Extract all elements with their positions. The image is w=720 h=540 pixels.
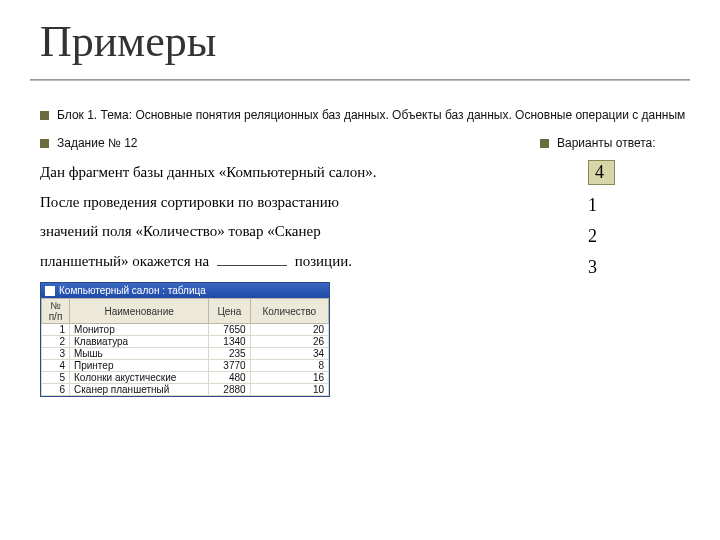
main-row: Задание № 12 Дан фрагмент базы данных «К… <box>40 136 710 397</box>
table-icon <box>45 286 55 296</box>
table-row: 6 Сканер планшетный 2880 10 <box>42 384 329 396</box>
bullet-icon <box>40 111 49 120</box>
cell: 16 <box>250 372 328 384</box>
task-header: Задание № 12 <box>40 136 526 150</box>
cell: 3770 <box>209 360 250 372</box>
cell: Колонки акустические <box>70 372 209 384</box>
cell: 20 <box>250 324 328 336</box>
cell: 3 <box>42 348 70 360</box>
task-text: значений поля «Количество» товар «Сканер <box>40 223 321 239</box>
task-body: Дан фрагмент базы данных «Компьютерный с… <box>40 160 526 274</box>
bullet-icon <box>540 139 549 148</box>
bullet-icon <box>40 139 49 148</box>
cell: 2 <box>42 336 70 348</box>
db-window: Компьютерный салон : таблица № п/п Наиме… <box>40 282 330 397</box>
cell: Сканер планшетный <box>70 384 209 396</box>
cell: Мышь <box>70 348 209 360</box>
task-text: позиции. <box>295 253 352 269</box>
task-text: После проведения сортировки по возрастан… <box>40 194 339 210</box>
topic-text: Блок 1. Тема: Основные понятия реляционн… <box>57 108 685 122</box>
content-area: Блок 1. Тема: Основные понятия реляционн… <box>40 108 710 397</box>
cell: 8 <box>250 360 328 372</box>
cell: 26 <box>250 336 328 348</box>
task-text: Дан фрагмент базы данных «Компьютерный с… <box>40 164 377 180</box>
slide: Примеры Блок 1. Тема: Основные понятия р… <box>0 0 720 540</box>
cell: Клавиатура <box>70 336 209 348</box>
cell: 480 <box>209 372 250 384</box>
answer-highlight: 4 <box>588 160 615 185</box>
task-panel: Задание № 12 Дан фрагмент базы данных «К… <box>40 136 526 397</box>
answer-text: 3 <box>588 257 597 277</box>
answer-option[interactable]: 3 <box>588 257 710 278</box>
col-header: Количество <box>250 299 328 324</box>
cell: 6 <box>42 384 70 396</box>
db-tbody: 1 Монитор 7650 20 2 Клавиатура 1340 26 <box>42 324 329 396</box>
cell: 2880 <box>209 384 250 396</box>
cell: 34 <box>250 348 328 360</box>
cell: 7650 <box>209 324 250 336</box>
task-text: планшетный» окажется на <box>40 253 209 269</box>
fill-blank[interactable] <box>217 252 287 266</box>
table-row: 5 Колонки акустические 480 16 <box>42 372 329 384</box>
answers-list: 4 1 2 3 <box>540 160 710 278</box>
answer-option[interactable]: 2 <box>588 226 710 247</box>
task-number: Задание № 12 <box>57 136 138 150</box>
col-header: Цена <box>209 299 250 324</box>
table-row: 3 Мышь 235 34 <box>42 348 329 360</box>
cell: 1 <box>42 324 70 336</box>
topic-bar: Блок 1. Тема: Основные понятия реляционн… <box>40 108 710 122</box>
answer-option[interactable]: 1 <box>588 195 710 216</box>
slide-title: Примеры <box>40 16 690 67</box>
cell: Монитор <box>70 324 209 336</box>
answer-option[interactable]: 4 <box>588 160 710 185</box>
db-titlebar: Компьютерный салон : таблица <box>41 283 329 298</box>
db-table: № п/п Наименование Цена Количество 1 Мон… <box>41 298 329 396</box>
answers-title: Варианты ответа: <box>557 136 656 150</box>
title-underline <box>30 79 690 81</box>
cell: Принтер <box>70 360 209 372</box>
col-header: № п/п <box>42 299 70 324</box>
cell: 5 <box>42 372 70 384</box>
db-title: Компьютерный салон : таблица <box>59 285 206 296</box>
cell: 10 <box>250 384 328 396</box>
col-header: Наименование <box>70 299 209 324</box>
answers-panel: Варианты ответа: 4 1 2 3 <box>540 136 710 397</box>
cell: 4 <box>42 360 70 372</box>
table-row: 2 Клавиатура 1340 26 <box>42 336 329 348</box>
table-row: 4 Принтер 3770 8 <box>42 360 329 372</box>
answer-text: 1 <box>588 195 597 215</box>
title-area: Примеры <box>0 0 720 73</box>
cell: 235 <box>209 348 250 360</box>
table-row: 1 Монитор 7650 20 <box>42 324 329 336</box>
cell: 1340 <box>209 336 250 348</box>
answers-header: Варианты ответа: <box>540 136 710 150</box>
answer-text: 2 <box>588 226 597 246</box>
